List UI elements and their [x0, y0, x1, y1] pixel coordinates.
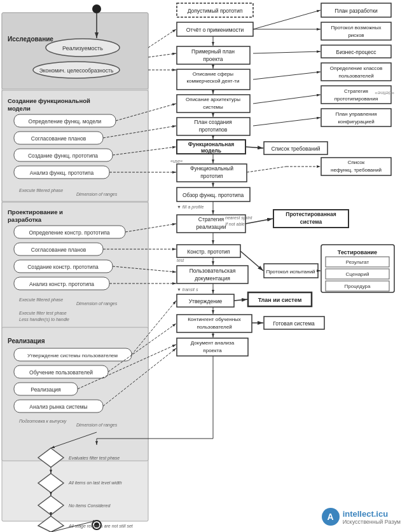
svg-text:Dimension of ranges: Dimension of ranges [76, 423, 118, 428]
svg-text:проекта: проекта [203, 348, 222, 353]
svg-text:Согласование планов: Согласование планов [31, 247, 86, 253]
watermark: A intellect.icu Искусственный Разум [322, 508, 401, 526]
svg-text:рисков: рисков [348, 32, 364, 38]
svg-point-50 [92, 4, 101, 13]
svg-text:План разработки: План разработки [335, 8, 378, 14]
svg-text:Определение констр. прототипа: Определение констр. прототипа [29, 229, 109, 236]
svg-text:Тлан ии систем: Тлан ии систем [258, 297, 302, 303]
diagram-container: Исследование Реализуемость Экономич. цел… [0, 0, 407, 532]
svg-text:Готовая система: Готовая система [273, 320, 315, 327]
brand-name: intellect.icu [343, 509, 401, 519]
svg-text:All stage remains are not stil: All stage remains are not still set [68, 524, 134, 529]
svg-text:Экономич. целесообразность: Экономич. целесообразность [39, 67, 114, 74]
svg-text:Execute filter test phase: Execute filter test phase [19, 311, 67, 316]
svg-text:Примерный план: Примерный план [191, 48, 235, 55]
svg-text:Протокол испытаний: Протокол испытаний [266, 269, 315, 275]
svg-text:проекта: проекта [203, 56, 223, 62]
svg-text:Отчёт о применимости: Отчёт о применимости [186, 27, 244, 33]
svg-text:«define»: «define» [375, 90, 394, 96]
svg-text:Evaluates filter test phase: Evaluates filter test phase [69, 456, 120, 461]
svg-text:Описание сферы: Описание сферы [193, 71, 234, 77]
svg-text:Анализ функц. прототипа: Анализ функц. прототипа [30, 170, 94, 176]
svg-text:Проектирование и: Проектирование и [8, 208, 63, 215]
svg-text:системы: системы [203, 104, 223, 110]
svg-text:Процедура: Процедура [345, 283, 371, 289]
svg-text:Бизнес-процесс: Бизнес-процесс [336, 49, 377, 55]
svg-text:коммерческой деят-ти: коммерческой деят-ти [186, 78, 239, 84]
svg-text:Dimension of ranges: Dimension of ranges [76, 301, 118, 306]
svg-text:Контингент обученных: Контингент обученных [188, 317, 241, 322]
svg-text:Execute filtered phase: Execute filtered phase [19, 297, 63, 303]
svg-text:система: система [300, 219, 322, 225]
svg-text:Стратегия: Стратегия [198, 216, 224, 222]
svg-text:План создания: План создания [194, 119, 232, 125]
svg-text:«use»: «use» [170, 159, 183, 163]
svg-text:▼ fill a profile: ▼ fill a profile [177, 205, 204, 210]
svg-text:Сценарий: Сценарий [346, 271, 369, 277]
svg-text:Допустимый прототип: Допустимый прототип [188, 8, 243, 14]
svg-text:▼ transit s: ▼ transit s [177, 287, 198, 292]
svg-text:Обзор функц. прототипа: Обзор функц. прототипа [183, 192, 244, 198]
svg-text:прототипов: прототипов [199, 126, 228, 133]
svg-text:Анализ констр. прототипа: Анализ констр. прототипа [29, 281, 94, 287]
svg-text:If not able: If not able [225, 222, 245, 226]
svg-text:документация: документация [195, 275, 230, 282]
svg-text:Утверждение системы пользовате: Утверждение системы пользователем [27, 353, 118, 358]
svg-text:Список: Список [348, 160, 365, 165]
svg-text:Анализ рынка системы: Анализ рынка системы [29, 404, 87, 410]
brand-icon: A [322, 508, 340, 526]
svg-text:Функциональная: Функциональная [188, 141, 234, 147]
svg-text:Исследование: Исследование [8, 36, 53, 43]
svg-text:разработка: разработка [8, 216, 42, 223]
svg-text:Согласование планов: Согласование планов [31, 135, 86, 142]
svg-text:модели: модели [8, 105, 31, 112]
svg-text:Определение классов: Определение классов [330, 65, 382, 71]
svg-text:Создание функц. прототипа: Создание функц. прототипа [28, 153, 98, 159]
svg-text:пользователей: пользователей [338, 73, 373, 79]
svg-text:Обучение пользователей: Обучение пользователей [29, 369, 93, 376]
svg-text:Dimension of ranges: Dimension of ranges [76, 192, 118, 197]
svg-text:Описание архитектуры: Описание архитектуры [186, 97, 240, 102]
svg-text:нефункц. требований: нефункц. требований [331, 167, 382, 173]
svg-text:Реализация: Реализация [8, 338, 45, 344]
svg-text:Утверждение: Утверждение [189, 298, 223, 304]
svg-text:Констр. прототип: Констр. прототип [187, 249, 230, 255]
svg-text:Функциональный: Функциональный [190, 165, 233, 172]
svg-text:Тестирование: Тестирование [338, 249, 377, 256]
svg-text:Создание функциональной: Создание функциональной [8, 97, 90, 104]
svg-text:All items on last level width: All items on last level width [68, 481, 122, 485]
svg-text:Реализуемость: Реализуемость [62, 45, 103, 51]
svg-text:План управления: План управления [335, 111, 376, 117]
svg-text:No items Considered: No items Considered [69, 503, 111, 508]
svg-text:test: test [177, 258, 184, 263]
svg-text:Пользовательская: Пользовательская [190, 268, 236, 274]
svg-text:Список требований: Список требований [272, 146, 321, 152]
svg-text:Протокол возможных: Протокол возможных [331, 25, 382, 31]
svg-text:Определение функц. модели: Определение функц. модели [29, 118, 102, 125]
svg-text:конфигурацией: конфигурацией [338, 119, 374, 125]
brand-subtitle: Искусственный Разум [343, 519, 401, 525]
svg-text:прототипирования: прототипирования [335, 96, 378, 102]
brand-text: intellect.icu Искусственный Разум [343, 509, 401, 525]
svg-text:прототип: прототип [200, 173, 223, 179]
svg-text:реализации: реализации [197, 224, 226, 230]
svg-text:Создание констр. прототипа: Создание констр. прототипа [27, 264, 99, 270]
svg-text:Подготовка к выпуску: Подготовка к выпуску [19, 419, 67, 424]
svg-text:модель: модель [201, 147, 221, 154]
svg-text:Стратегия: Стратегия [344, 88, 368, 94]
svg-text:Результат: Результат [346, 259, 369, 265]
svg-text:Less handler(s) to handle: Less handler(s) to handle [19, 317, 69, 322]
svg-text:Документ анализа: Документ анализа [191, 340, 235, 346]
svg-text:пользователей: пользователей [197, 324, 231, 330]
svg-text:nearest sprint: nearest sprint [225, 215, 252, 221]
svg-text:Протестированная: Протестированная [286, 211, 336, 217]
svg-text:Execute filtered phase: Execute filtered phase [19, 188, 63, 193]
svg-text:Реализация: Реализация [31, 386, 61, 393]
